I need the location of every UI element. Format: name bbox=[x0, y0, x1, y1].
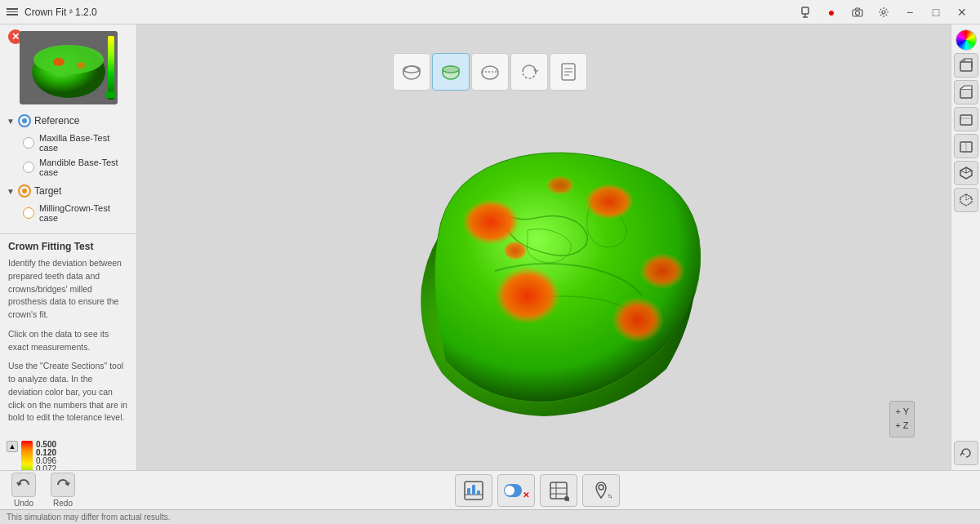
pin-button[interactable] bbox=[794, 3, 817, 21]
svg-point-25 bbox=[462, 199, 519, 245]
svg-rect-50 bbox=[477, 491, 480, 495]
left-panel: ✕ bbox=[0, 24, 137, 470]
milling-label: MillingCrown-Test case bbox=[39, 203, 130, 223]
svg-rect-54 bbox=[550, 482, 567, 499]
settings-button[interactable] bbox=[872, 3, 895, 21]
app-title: Crown Fit ᵝ 1.2.0 bbox=[24, 7, 794, 18]
color-toggle-button[interactable]: ✕ bbox=[497, 474, 535, 507]
svg-point-27 bbox=[639, 253, 685, 289]
bottom-tools-section: ✕ bbox=[101, 474, 973, 507]
tree-section: ▼ Reference Maxilla Base-Test case Mandi… bbox=[0, 111, 136, 233]
scale-bar-container: 0.500 0.120 0.096 0.072 0.048 < 0.030 0.… bbox=[21, 441, 64, 470]
mandible-radio[interactable] bbox=[23, 162, 34, 173]
reference-group-header[interactable]: ▼ Reference bbox=[7, 114, 130, 127]
coordinate-indicator: + Y + Z bbox=[889, 401, 915, 437]
scale-up-button[interactable]: ▲ bbox=[7, 441, 18, 452]
target-group-header[interactable]: ▼ Target bbox=[7, 184, 130, 198]
window-controls: ● − □ ✕ bbox=[794, 3, 973, 21]
undo-redo-section: Undo Redo bbox=[7, 473, 80, 508]
undo-icon bbox=[11, 473, 36, 497]
thumbnail-area: ✕ bbox=[0, 24, 136, 111]
milling-radio[interactable] bbox=[23, 207, 34, 219]
target-items: MillingCrown-Test case bbox=[23, 201, 130, 225]
svg-point-31 bbox=[503, 241, 528, 260]
view-3d-button[interactable] bbox=[393, 53, 430, 91]
svg-point-29 bbox=[612, 297, 664, 343]
svg-point-30 bbox=[546, 175, 575, 195]
thumbnail-canvas bbox=[20, 31, 118, 104]
svg-point-23 bbox=[53, 58, 65, 66]
mandible-item[interactable]: Mandible Base-Test case bbox=[23, 155, 130, 180]
svg-line-41 bbox=[966, 171, 972, 173]
target-icon bbox=[18, 184, 31, 198]
cube-wire-button[interactable] bbox=[954, 188, 978, 212]
svg-rect-35 bbox=[960, 115, 972, 125]
bottom-toolbar: Undo Redo ✕ bbox=[0, 470, 980, 509]
scale-labels: 0.500 0.120 0.096 0.072 0.048 < 0.030 0.… bbox=[36, 441, 64, 470]
minimize-button[interactable]: − bbox=[898, 3, 921, 21]
svg-point-26 bbox=[585, 184, 634, 220]
box-front-button[interactable] bbox=[954, 107, 978, 131]
reference-collapse-arrow[interactable]: ▼ bbox=[7, 117, 15, 126]
svg-point-60 bbox=[599, 485, 604, 490]
box-top-button[interactable] bbox=[954, 80, 978, 104]
view-color-button[interactable] bbox=[432, 53, 470, 91]
status-text: This simulation may differ from actual r… bbox=[7, 513, 170, 522]
cube-3d-button[interactable] bbox=[954, 161, 978, 185]
svg-point-7 bbox=[403, 66, 420, 73]
maxilla-label: Maxilla Base-Test case bbox=[39, 133, 130, 153]
main-area: ✕ bbox=[0, 24, 980, 470]
svg-point-14 bbox=[482, 66, 498, 79]
svg-point-24 bbox=[77, 62, 85, 69]
chart-button[interactable] bbox=[455, 474, 492, 507]
undo-label: Undo bbox=[14, 499, 33, 508]
box-side-button[interactable] bbox=[954, 134, 978, 158]
svg-rect-48 bbox=[467, 488, 470, 495]
mandible-label: Mandible Base-Test case bbox=[39, 158, 130, 177]
y-coord: + Y bbox=[895, 405, 909, 420]
reset-view-button[interactable] bbox=[954, 441, 978, 465]
redo-icon bbox=[51, 473, 75, 497]
crown-3d-model bbox=[372, 108, 715, 418]
target-collapse-arrow[interactable]: ▼ bbox=[7, 187, 15, 196]
redo-button[interactable]: Redo bbox=[46, 473, 80, 508]
undo-button[interactable]: Undo bbox=[7, 473, 41, 508]
maxilla-item[interactable]: Maxilla Base-Test case bbox=[23, 131, 130, 155]
record-button[interactable]: ● bbox=[820, 3, 843, 21]
svg-rect-34 bbox=[960, 89, 972, 98]
menu-icon[interactable] bbox=[7, 6, 20, 19]
view-rotate-button[interactable] bbox=[510, 53, 548, 91]
view-report-button[interactable] bbox=[550, 53, 587, 91]
status-bar: This simulation may differ from actual r… bbox=[0, 509, 980, 524]
redo-label: Redo bbox=[53, 499, 73, 508]
viewport[interactable]: + Y + Z bbox=[137, 24, 951, 470]
titlebar: Crown Fit ᵝ 1.2.0 ● − □ ✕ bbox=[0, 0, 980, 24]
svg-line-42 bbox=[960, 171, 966, 173]
target-group: ▼ Target MillingCrown-Test case bbox=[7, 184, 130, 225]
milling-item[interactable]: MillingCrown-Test case bbox=[23, 201, 130, 225]
svg-line-45 bbox=[966, 198, 972, 200]
camera-button[interactable] bbox=[846, 3, 869, 21]
svg-point-52 bbox=[505, 486, 514, 495]
pin-add-button[interactable] bbox=[582, 474, 620, 507]
svg-rect-32 bbox=[960, 62, 972, 71]
maxilla-radio[interactable] bbox=[23, 137, 34, 149]
info-para3: Use the "Create Sections" tool to analyz… bbox=[8, 360, 128, 424]
svg-text:✕: ✕ bbox=[523, 491, 529, 500]
reference-label: Reference bbox=[34, 115, 79, 127]
close-button[interactable]: ✕ bbox=[951, 3, 973, 21]
box-solid-button[interactable] bbox=[954, 53, 978, 78]
scale-controls: ▲ ▼ bbox=[7, 441, 18, 470]
view-section-button[interactable] bbox=[471, 53, 509, 91]
svg-point-4 bbox=[856, 11, 860, 15]
svg-point-28 bbox=[495, 267, 560, 324]
reference-group: ▼ Reference Maxilla Base-Test case Mandi… bbox=[7, 114, 130, 180]
target-label: Target bbox=[34, 185, 61, 197]
info-para1: Identify the deviation between prepared … bbox=[8, 257, 128, 322]
color-wheel-button[interactable] bbox=[956, 29, 977, 51]
z-coord: + Z bbox=[895, 419, 909, 433]
section-button[interactable] bbox=[540, 474, 577, 507]
maximize-button[interactable]: □ bbox=[924, 3, 947, 21]
info-section: Crown Fitting Test Identify the deviatio… bbox=[0, 233, 136, 437]
svg-point-5 bbox=[882, 11, 885, 14]
